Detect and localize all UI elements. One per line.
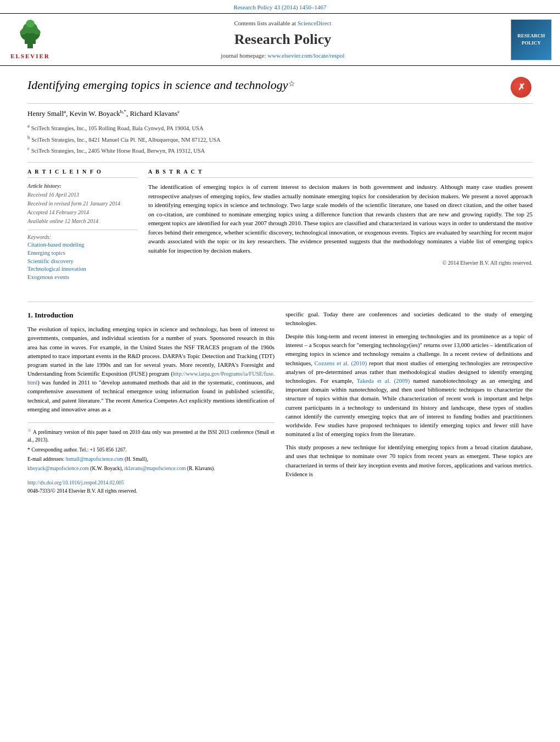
article-info-header: A R T I C L E I N F O [27, 168, 137, 178]
abstract-text: The identification of emerging topics is… [148, 182, 533, 255]
author-3: Richard Klavansc [130, 109, 180, 118]
journal-header-center: Contents lists available at ScienceDirec… [60, 19, 505, 60]
keyword-1: Citation-based modeling [27, 241, 137, 249]
intro-para-col2-3: This study proposes a new technique for … [285, 443, 533, 478]
history-online: Available online 12 March 2014 [27, 217, 137, 225]
history-label: Article history: [27, 182, 137, 190]
paper-title: Identifying emerging topics in science a… [27, 77, 295, 94]
homepage-line: journal homepage: www.elsevier.com/locat… [60, 52, 505, 60]
body-col-right: specific goal. Today there are conferenc… [285, 310, 533, 495]
journal-reference: Research Policy 43 (2014) 1450–1467 [233, 4, 326, 10]
footnote-section: ☆ A preliminary version of this paper ba… [27, 422, 275, 472]
two-col-body: 1. Introduction The evolution of topics,… [27, 310, 533, 495]
keyword-4: Technological innovation [27, 265, 137, 274]
intro-para-1: The evolution of topics, including emerg… [27, 325, 275, 414]
keyword-5: Exogenous events [27, 274, 137, 282]
copyright-line: © 2014 Elsevier B.V. All rights reserved… [148, 259, 533, 267]
paper-title-section: Identifying emerging topics in science a… [27, 77, 533, 104]
section1-heading: 1. Introduction [27, 310, 275, 321]
intro-para-col2-1: specific goal. Today there are conferenc… [285, 310, 533, 327]
elsevier-wordmark: ELSEVIER [10, 52, 50, 60]
keywords-label: Keywords: [27, 233, 137, 241]
title-text: Identifying emerging topics in science a… [27, 78, 288, 92]
homepage-url[interactable]: www.elsevier.com/locate/respol [267, 52, 344, 59]
contents-line: Contents lists available at ScienceDirec… [60, 19, 505, 27]
crossmark-icon: ✗ [511, 77, 531, 98]
takeda-link[interactable]: Takeda et al. (2009) [357, 377, 410, 384]
article-history: Article history: Received 16 April 2013 … [27, 182, 137, 225]
author-1: Henry Smalla [27, 109, 66, 118]
intro-para-col2-2: Despite this long-term and recent intere… [285, 332, 533, 438]
journal-header: ELSEVIER Contents lists available at Sci… [0, 13, 560, 65]
footnote-email2: kboyack@mapofscience.com (K.W. Boyack), … [27, 465, 275, 472]
title-star: ☆ [288, 79, 295, 87]
abstract-header: A B S T R A C T [148, 168, 533, 178]
history-accepted: Accepted 14 February 2014 [27, 209, 137, 216]
crossmark-badge: ✗ [511, 77, 533, 98]
email3-link[interactable]: rklavans@mapofscience.com [124, 466, 186, 471]
authors-line: Henry Smalla, Kevin W. Boyackb,*, Richar… [27, 108, 533, 119]
history-revised: Received in revised form 21 January 2014 [27, 200, 137, 208]
affiliations: a SciTech Strategies, Inc., 105 Rolling … [27, 122, 533, 155]
author-2: Kevin W. Boyackb,* [70, 109, 126, 118]
paper-content: Identifying emerging topics in science a… [0, 66, 560, 302]
footnote-email: E-mail addresses: hsmall@mapofscience.co… [27, 455, 275, 463]
keyword-2: Emerging topics [27, 249, 137, 258]
elsevier-logo: ELSEVIER [5, 18, 55, 60]
doi-url[interactable]: http://dx.doi.org/10.1016/j.respol.2014.… [27, 479, 275, 487]
abstract-panel: A B S T R A C T The identification of em… [148, 168, 533, 281]
journal-title: Research Policy [60, 30, 505, 49]
issn-line: 0048-7333/© 2014 Elsevier B.V. All right… [27, 487, 275, 495]
journal-reference-bar: Research Policy 43 (2014) 1450–1467 [0, 0, 560, 13]
svg-point-4 [26, 20, 35, 27]
footnote-corresponding: * Corresponding author. Tel.: +1 505 856… [27, 446, 275, 454]
article-info-panel: A R T I C L E I N F O Article history: R… [27, 168, 137, 281]
keyword-3: Scientific discovery [27, 258, 137, 266]
fuse-link[interactable]: http://www.iarpa.gov/Programs/ia/FUSE/fu… [27, 371, 275, 386]
history-received: Received 16 April 2013 [27, 191, 137, 199]
article-info-abstract: A R T I C L E I N F O Article history: R… [27, 162, 533, 281]
email1-link[interactable]: hsmall@mapofscience.com [66, 456, 124, 462]
elsevier-tree-icon [14, 18, 47, 51]
journal-logo: RESEARCH POLICY [511, 19, 555, 60]
email2-link[interactable]: kboyack@mapofscience.com [27, 466, 89, 471]
sciencedirect-link[interactable]: ScienceDirect [298, 20, 332, 26]
cozzens-link[interactable]: Cozzens et al. (2010) [315, 360, 367, 366]
section-divider [27, 302, 533, 302]
keywords-section: Keywords: Citation-based modeling Emergi… [27, 233, 137, 281]
footnote-star: ☆ A preliminary version of this paper ba… [27, 427, 275, 444]
doi-section: http://dx.doi.org/10.1016/j.respol.2014.… [27, 479, 275, 495]
body-col-left: 1. Introduction The evolution of topics,… [27, 310, 275, 495]
body-section: 1. Introduction The evolution of topics,… [0, 310, 560, 506]
